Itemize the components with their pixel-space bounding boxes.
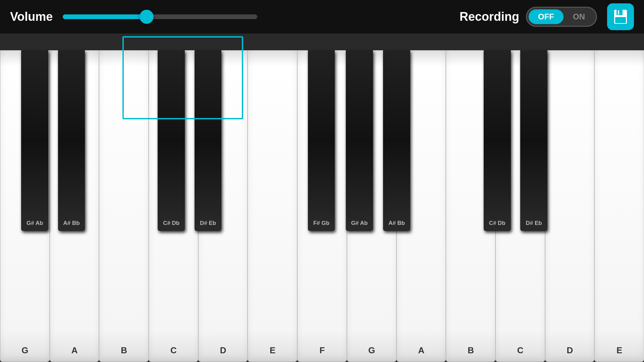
- black-key-label-CsDb1: C# Db: [163, 220, 179, 227]
- svg-rect-3: [615, 17, 626, 23]
- volume-slider[interactable]: [63, 14, 257, 19]
- black-key-AsBb1[interactable]: A# Bb: [58, 50, 85, 231]
- white-key-label-G2: G: [368, 345, 375, 356]
- white-key-label-E1: E: [270, 345, 275, 356]
- black-key-label-DsEb1: D# Eb: [200, 220, 216, 227]
- white-key-label-B2: B: [468, 345, 474, 356]
- svg-rect-1: [616, 10, 623, 15]
- black-key-label-CsDb2: C# Db: [489, 220, 505, 227]
- toggle-on-button[interactable]: ON: [564, 9, 594, 24]
- black-key-GsAb2[interactable]: G# Ab: [346, 50, 373, 231]
- white-key-E1[interactable]: E: [248, 50, 297, 362]
- black-key-FsGb1[interactable]: F# Gb: [308, 50, 335, 231]
- white-key-D2[interactable]: D: [545, 50, 595, 362]
- white-key-label-D1: D: [220, 345, 226, 356]
- volume-track: [63, 14, 257, 19]
- black-key-CsDb1[interactable]: C# Db: [158, 50, 185, 231]
- black-key-label-AsBb2: A# Bb: [388, 220, 405, 227]
- piano-keyboard: G A B C D E F: [0, 50, 644, 362]
- black-key-label-GsAb1: G# Ab: [26, 220, 43, 227]
- white-key-B1[interactable]: B: [99, 50, 149, 362]
- black-key-AsBb2[interactable]: A# Bb: [383, 50, 410, 231]
- white-key-label-D2: D: [567, 345, 573, 356]
- svg-rect-2: [618, 10, 619, 14]
- volume-label: Volume: [10, 10, 53, 24]
- black-key-label-GsAb2: G# Ab: [351, 220, 368, 227]
- white-key-label-A1: A: [71, 345, 78, 356]
- black-key-DsEb2[interactable]: D# Eb: [520, 50, 547, 231]
- volume-thumb[interactable]: [140, 10, 154, 24]
- white-key-label-C2: C: [517, 345, 524, 356]
- toggle-off-button[interactable]: OFF: [529, 9, 564, 24]
- white-key-label-F1: F: [320, 345, 325, 356]
- white-key-label-C1: C: [170, 345, 177, 356]
- black-key-CsDb2[interactable]: C# Db: [484, 50, 511, 231]
- black-key-label-FsGb1: F# Gb: [313, 220, 329, 227]
- white-key-label-A2: A: [418, 345, 424, 356]
- white-key-label-G1: G: [21, 345, 28, 356]
- white-key-label-B1: B: [121, 345, 127, 356]
- recording-toggle[interactable]: OFF ON: [526, 7, 597, 27]
- recording-label: Recording: [460, 10, 519, 24]
- volume-fill: [63, 14, 146, 19]
- header: Volume Recording OFF ON: [0, 0, 644, 34]
- save-button[interactable]: [607, 3, 634, 30]
- recording-section: Recording OFF ON: [460, 7, 597, 27]
- save-icon: [612, 8, 629, 25]
- piano-area: G A B C D E F: [0, 34, 644, 362]
- black-key-label-DsEb2: D# Eb: [526, 220, 542, 227]
- black-key-DsEb1[interactable]: D# Eb: [195, 50, 222, 231]
- black-key-GsAb1[interactable]: G# Ab: [21, 50, 48, 231]
- white-key-E2[interactable]: E: [594, 50, 644, 362]
- black-key-label-AsBb1: A# Bb: [63, 220, 80, 227]
- white-key-label-E2: E: [616, 345, 622, 356]
